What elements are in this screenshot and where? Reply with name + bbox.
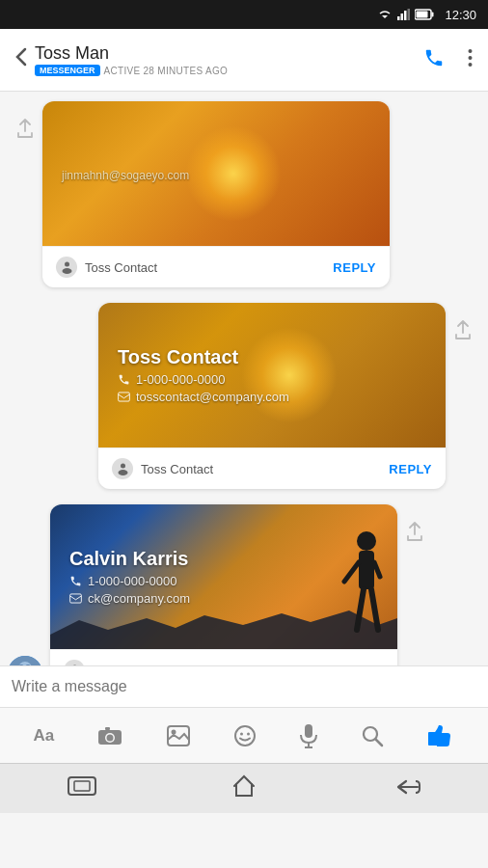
- battery-icon: [415, 9, 434, 20]
- chat-area: jinmahnh@sogaeyo.com Toss Contact REPLY: [0, 92, 488, 665]
- card-name-3: Calvin Karris: [69, 548, 378, 570]
- svg-point-10: [469, 63, 473, 67]
- home-nav-button[interactable]: [211, 765, 277, 812]
- sender-name-3: Toss Contact: [93, 664, 165, 666]
- thumbsup-icon: [427, 722, 454, 749]
- share-button-2[interactable]: [446, 312, 480, 347]
- mic-icon: [300, 723, 317, 748]
- mic-button[interactable]: [292, 716, 325, 756]
- image-button[interactable]: [159, 718, 198, 754]
- camera-icon: [97, 725, 122, 746]
- card-email-addr-3: ck@company.com: [88, 591, 190, 606]
- card-email-3: ck@company.com: [69, 591, 378, 606]
- thumbsup-button[interactable]: [420, 715, 462, 757]
- svg-rect-34: [105, 727, 110, 730]
- svg-rect-1: [397, 16, 400, 20]
- call-button[interactable]: [416, 40, 452, 81]
- back-icon: [391, 775, 421, 797]
- header-subtitle: MESSENGER ACTIVE 28 MINUTES AGO: [35, 65, 416, 76]
- svg-rect-13: [119, 393, 130, 401]
- sender-icon-1: [56, 257, 77, 278]
- card-email-display: jinmahnh@sogaeyo.com: [62, 169, 370, 182]
- svg-point-29: [72, 665, 77, 665]
- sender-icon-3: [64, 660, 85, 665]
- contact-card-3: Calvin Karris 1-000-000-0000: [50, 504, 397, 665]
- camera-button[interactable]: [90, 718, 130, 754]
- emoji-button[interactable]: [226, 717, 264, 755]
- message-row-2: Toss Contact 1-000-000-0000 tosscontact@…: [0, 303, 488, 489]
- svg-point-14: [121, 463, 125, 468]
- bottom-nav: [0, 763, 488, 813]
- back-button[interactable]: [8, 40, 35, 80]
- status-bar: 12:30: [0, 0, 488, 29]
- search-icon: [361, 724, 384, 747]
- svg-rect-45: [428, 732, 432, 746]
- search-button[interactable]: [353, 717, 392, 755]
- svg-point-8: [469, 49, 473, 53]
- card-image-3: Calvin Karris 1-000-000-0000: [50, 504, 397, 649]
- card-phone-2: 1-000-000-0000: [118, 372, 426, 387]
- header-info: Toss Man MESSENGER ACTIVE 28 MINUTES AGO: [35, 43, 416, 76]
- card-name-2: Toss Contact: [118, 346, 426, 368]
- contact-name: Toss Man: [35, 43, 416, 64]
- more-options-button[interactable]: [460, 41, 480, 80]
- contact-card-2: Toss Contact 1-000-000-0000 tosscontact@…: [98, 303, 446, 489]
- svg-point-37: [235, 726, 255, 746]
- card-sender-1: Toss Contact: [56, 257, 157, 278]
- recents-icon: [67, 775, 97, 797]
- toolbar: Aa: [0, 707, 488, 763]
- card-phone-number-3: 1-000-000-0000: [88, 574, 177, 588]
- back-nav-button[interactable]: [371, 768, 441, 809]
- svg-point-39: [247, 732, 250, 735]
- sender-name-1: Toss Contact: [85, 260, 157, 275]
- message-row-3: Calvin Karris 1-000-000-0000: [0, 504, 488, 665]
- message-row: jinmahnh@sogaeyo.com Toss Contact REPLY: [0, 101, 488, 287]
- card-image-1: jinmahnh@sogaeyo.com: [42, 101, 390, 246]
- card-image-2: Toss Contact 1-000-000-0000 tosscontact@…: [98, 303, 446, 448]
- svg-rect-3: [404, 11, 407, 20]
- svg-rect-7: [417, 12, 428, 18]
- svg-point-38: [240, 732, 243, 735]
- svg-marker-0: [382, 15, 388, 18]
- header-actions: [416, 40, 480, 81]
- status-icons: 12:30: [378, 8, 476, 22]
- sender-icon-2: [112, 458, 133, 479]
- reply-button-1[interactable]: REPLY: [333, 260, 376, 275]
- text-format-button[interactable]: Aa: [26, 719, 63, 753]
- svg-point-33: [107, 734, 114, 741]
- svg-point-11: [65, 261, 69, 266]
- reply-button-3[interactable]: REPLY: [340, 664, 384, 666]
- card-email-2: tosscontact@company.com: [118, 390, 426, 404]
- message-input-area: [0, 665, 488, 707]
- svg-rect-47: [74, 781, 90, 791]
- reply-button-2[interactable]: REPLY: [389, 462, 432, 476]
- svg-point-15: [118, 470, 127, 475]
- card-sender-2: Toss Contact: [112, 458, 213, 479]
- svg-rect-28: [70, 594, 82, 603]
- svg-rect-46: [68, 777, 95, 795]
- image-icon: [167, 725, 190, 746]
- svg-rect-6: [432, 13, 434, 17]
- user-avatar: [8, 656, 42, 665]
- svg-rect-40: [305, 724, 312, 738]
- messenger-badge: MESSENGER: [35, 65, 100, 76]
- wifi-icon: [378, 9, 392, 20]
- share-button-1[interactable]: [8, 111, 42, 146]
- card-footer-2: Toss Contact REPLY: [98, 448, 446, 489]
- svg-point-36: [171, 729, 176, 734]
- contact-card-1: jinmahnh@sogaeyo.com Toss Contact REPLY: [42, 101, 390, 287]
- text-icon: Aa: [34, 726, 55, 746]
- recents-nav-button[interactable]: [47, 768, 117, 809]
- sender-name-2: Toss Contact: [141, 462, 213, 476]
- card-sender-3: Toss Contact: [64, 660, 165, 665]
- card-email-addr-2: tosscontact@company.com: [136, 390, 289, 404]
- svg-point-9: [469, 56, 473, 60]
- message-input[interactable]: [12, 674, 476, 699]
- share-button-3[interactable]: [397, 514, 432, 549]
- svg-point-12: [62, 268, 71, 274]
- card-footer-3: Toss Contact REPLY: [50, 649, 397, 665]
- card-phone-3: 1-000-000-0000: [69, 574, 378, 588]
- active-status: ACTIVE 28 MINUTES AGO: [104, 66, 229, 76]
- signal-icon: [396, 9, 410, 20]
- card-phone-number-2: 1-000-000-0000: [136, 372, 226, 387]
